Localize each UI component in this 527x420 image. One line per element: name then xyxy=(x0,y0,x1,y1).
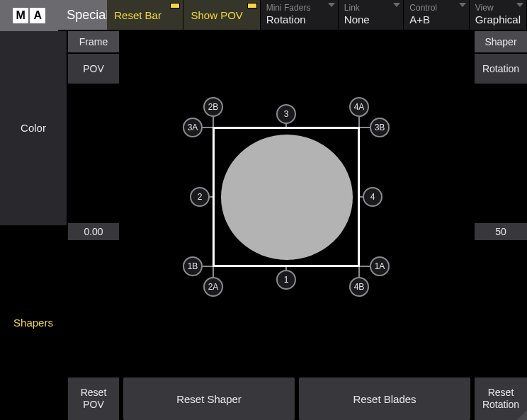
stem xyxy=(358,117,360,127)
dropdown-value: None xyxy=(344,13,397,27)
reset-shaper-button[interactable]: Reset Shaper xyxy=(123,378,295,420)
stem xyxy=(203,266,212,267)
frame-value[interactable]: 0.00 xyxy=(68,222,119,242)
reset-pov-button[interactable]: Reset POV xyxy=(68,378,119,420)
sidebar-item-label: Shapers xyxy=(13,317,53,329)
sidebar-item-color[interactable]: Color xyxy=(0,31,67,226)
dropdown-value: A+B xyxy=(409,13,463,27)
frame-fader-track[interactable] xyxy=(68,85,119,222)
handle-3a[interactable]: 3A xyxy=(183,118,203,137)
sidebar: Color Shapers xyxy=(0,31,67,420)
reset-blades-button[interactable]: Reset Blades xyxy=(299,378,470,420)
window-title: Special xyxy=(58,0,107,30)
logo-m: M xyxy=(13,8,28,23)
shaper-lower-track[interactable] xyxy=(475,242,527,375)
chevron-down-icon xyxy=(393,3,400,7)
shaper-column: Shaper Rotation 50 Reset Rotation xyxy=(473,31,527,420)
chevron-down-icon xyxy=(516,3,523,7)
bottom-buttons: Reset Shaper Reset Blades xyxy=(120,378,473,420)
show-pov-button[interactable]: Show POV xyxy=(183,0,260,30)
shaper-value[interactable]: 50 xyxy=(475,222,527,242)
reset-shaper-label: Reset Shaper xyxy=(176,393,242,405)
shaper-fader-track[interactable] xyxy=(475,85,527,222)
stem xyxy=(360,127,370,128)
control-dropdown[interactable]: Control A+B xyxy=(404,0,469,30)
stem xyxy=(212,117,214,127)
handle-1b[interactable]: 1B xyxy=(183,256,203,276)
handle-4a[interactable]: 4A xyxy=(349,97,369,117)
logo-a: A xyxy=(30,8,45,23)
handle-2a[interactable]: 2A xyxy=(203,277,223,297)
dropdown-label: Link xyxy=(344,3,397,13)
chevron-down-icon xyxy=(459,3,466,7)
reset-rotation-l1: Reset xyxy=(488,387,514,399)
shaper-sub[interactable]: Rotation xyxy=(475,54,527,85)
show-pov-label: Show POV xyxy=(191,9,242,21)
dropdown-label: View xyxy=(475,3,521,13)
handle-3[interactable]: 3 xyxy=(276,104,296,124)
reset-blades-label: Reset Blades xyxy=(353,393,416,405)
reset-bar-label: Reset Bar xyxy=(114,9,162,21)
toggle-indicator-icon xyxy=(170,3,180,8)
view-dropdown[interactable]: View Graphical xyxy=(470,0,527,30)
link-dropdown[interactable]: Link None xyxy=(339,0,404,30)
reset-pov-l2: POV xyxy=(83,399,104,411)
resize-handle-icon[interactable] xyxy=(517,410,527,420)
sidebar-item-label: Color xyxy=(21,122,46,134)
reset-pov-l1: Reset xyxy=(81,387,107,399)
handle-1a[interactable]: 1A xyxy=(370,256,390,276)
mini-faders-dropdown[interactable]: Mini Faders Rotation xyxy=(261,0,339,30)
toggle-indicator-icon xyxy=(247,3,257,8)
frame-sub[interactable]: POV xyxy=(68,54,119,85)
stem xyxy=(358,267,360,277)
chevron-down-icon xyxy=(328,3,335,7)
stage[interactable]: 2B 3 4A 3A 3B 2 4 1B 1A 2A 1 4B xyxy=(120,31,473,372)
dropdown-label: Mini Faders xyxy=(266,3,332,13)
logo[interactable]: M A xyxy=(0,0,58,31)
frame-column: Frame POV 0.00 Reset POV xyxy=(67,31,120,420)
handle-4b[interactable]: 4B xyxy=(349,277,369,297)
handle-4[interactable]: 4 xyxy=(363,187,382,207)
sidebar-item-shapers[interactable]: Shapers xyxy=(0,226,67,421)
beam-circle xyxy=(221,135,353,260)
reset-rotation-l2: Rotation xyxy=(482,399,519,411)
handle-3b[interactable]: 3B xyxy=(370,118,390,137)
frame-header[interactable]: Frame xyxy=(68,31,119,54)
dropdown-value: Rotation xyxy=(266,13,332,27)
handle-2[interactable]: 2 xyxy=(190,187,210,207)
handle-2b[interactable]: 2B xyxy=(203,97,223,117)
dropdown-value: Graphical xyxy=(475,13,521,27)
handle-1[interactable]: 1 xyxy=(276,270,296,290)
body: Color Shapers Frame POV 0.00 Reset POV xyxy=(0,31,527,420)
app-root: M A Special Reset Bar Show POV Mini Fade… xyxy=(0,0,527,420)
stem xyxy=(360,266,370,267)
shaper-canvas: 2B 3 4A 3A 3B 2 4 1B 1A 2A 1 4B Reset Sh… xyxy=(120,31,473,420)
stem xyxy=(212,267,214,277)
stem xyxy=(203,127,212,128)
top-bar: M A Special Reset Bar Show POV Mini Fade… xyxy=(0,0,527,31)
frame-lower-track[interactable] xyxy=(68,242,119,375)
dropdown-label: Control xyxy=(409,3,463,13)
reset-bar-button[interactable]: Reset Bar xyxy=(107,0,183,30)
shaper-header[interactable]: Shaper xyxy=(475,31,527,54)
